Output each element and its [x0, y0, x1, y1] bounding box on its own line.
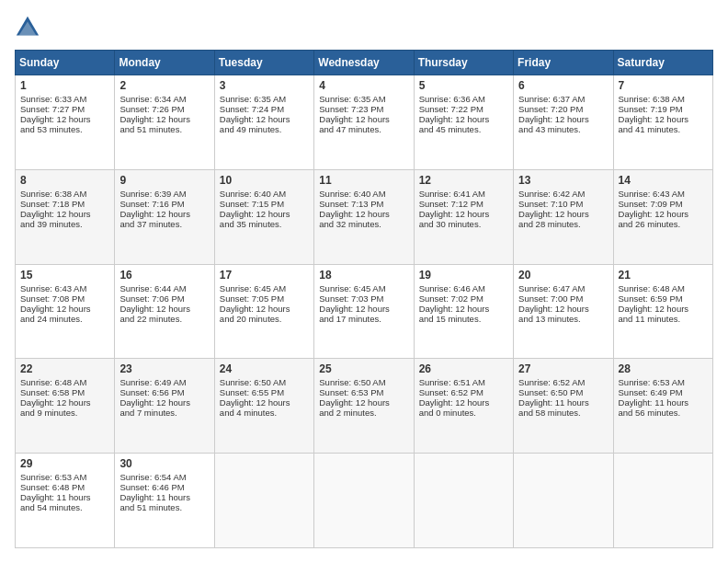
cell-text: Sunrise: 6:46 AM [419, 283, 508, 293]
day-number: 23 [119, 362, 209, 375]
calendar-cell: 8Sunrise: 6:38 AMSunset: 7:18 PMDaylight… [16, 169, 115, 264]
cell-text: Daylight: 12 hours [220, 209, 309, 219]
cell-text: Sunset: 7:03 PM [319, 293, 408, 304]
calendar-cell: 10Sunrise: 6:40 AMSunset: 7:15 PMDayligh… [214, 169, 313, 264]
cell-text: Sunset: 6:59 PM [619, 293, 708, 304]
cell-text: Sunset: 7:02 PM [419, 293, 508, 304]
calendar-header-row: SundayMondayTuesdayWednesdayThursdayFrid… [16, 51, 713, 75]
calendar-cell: 1Sunrise: 6:33 AMSunset: 7:27 PMDaylight… [16, 75, 115, 170]
calendar-cell: 19Sunrise: 6:46 AMSunset: 7:02 PMDayligh… [414, 264, 513, 359]
cell-text: and 58 minutes. [518, 408, 608, 418]
calendar-cell: 5Sunrise: 6:36 AMSunset: 7:22 PMDaylight… [414, 75, 513, 170]
cell-text: Sunrise: 6:40 AM [220, 189, 309, 199]
day-number: 18 [319, 269, 408, 282]
cell-text: Sunset: 7:12 PM [419, 199, 508, 209]
calendar-week-3: 15Sunrise: 6:43 AMSunset: 7:08 PMDayligh… [16, 264, 713, 359]
cell-text: and 56 minutes. [619, 408, 708, 418]
calendar-week-4: 22Sunrise: 6:48 AMSunset: 6:58 PMDayligh… [16, 359, 713, 454]
day-number: 10 [220, 174, 309, 187]
cell-text: Daylight: 12 hours [419, 397, 508, 408]
cell-text: Sunrise: 6:45 AM [319, 283, 408, 293]
cell-text: Sunset: 7:22 PM [419, 104, 508, 114]
calendar-cell [314, 454, 414, 548]
cell-text: and 43 minutes. [518, 124, 608, 134]
calendar-cell: 9Sunrise: 6:39 AMSunset: 7:16 PMDaylight… [115, 169, 214, 264]
cell-text: Daylight: 12 hours [220, 114, 309, 124]
column-header-wednesday: Wednesday [314, 51, 414, 75]
cell-text: Sunset: 7:23 PM [319, 104, 408, 114]
day-number: 12 [419, 174, 508, 187]
cell-text: Sunset: 6:53 PM [319, 387, 408, 397]
cell-text: and 2 minutes. [319, 408, 408, 418]
calendar-cell [414, 454, 513, 548]
day-number: 22 [20, 362, 109, 375]
day-number: 26 [419, 362, 508, 375]
cell-text: Sunrise: 6:43 AM [619, 189, 708, 199]
calendar-cell: 14Sunrise: 6:43 AMSunset: 7:09 PMDayligh… [613, 169, 712, 264]
cell-text: Sunrise: 6:51 AM [419, 377, 508, 387]
cell-text: Daylight: 12 hours [518, 114, 608, 124]
calendar-cell: 23Sunrise: 6:49 AMSunset: 6:56 PMDayligh… [115, 359, 214, 454]
cell-text: Daylight: 12 hours [20, 304, 109, 314]
cell-text: Daylight: 12 hours [518, 209, 608, 219]
cell-text: Sunset: 7:08 PM [20, 293, 109, 304]
cell-text: Daylight: 12 hours [119, 397, 209, 408]
cell-text: Sunset: 6:46 PM [119, 482, 209, 492]
cell-text: and 13 minutes. [518, 314, 608, 324]
day-number: 13 [518, 174, 608, 187]
calendar-cell [514, 454, 613, 548]
column-header-saturday: Saturday [613, 51, 712, 75]
day-number: 27 [518, 362, 608, 375]
cell-text: Daylight: 12 hours [119, 304, 209, 314]
cell-text: and 15 minutes. [419, 314, 508, 324]
day-number: 2 [119, 79, 209, 92]
calendar-cell: 16Sunrise: 6:44 AMSunset: 7:06 PMDayligh… [115, 264, 214, 359]
cell-text: Sunrise: 6:47 AM [518, 283, 608, 293]
cell-text: and 7 minutes. [119, 408, 209, 418]
column-header-sunday: Sunday [16, 51, 115, 75]
cell-text: and 22 minutes. [119, 314, 209, 324]
cell-text: Sunrise: 6:53 AM [619, 377, 708, 387]
cell-text: and 4 minutes. [220, 408, 309, 418]
cell-text: Sunset: 7:05 PM [220, 293, 309, 304]
day-number: 9 [119, 174, 209, 187]
cell-text: Sunrise: 6:44 AM [119, 283, 209, 293]
page: SundayMondayTuesdayWednesdayThursdayFrid… [0, 0, 728, 563]
cell-text: Sunset: 6:58 PM [20, 387, 109, 397]
cell-text: Sunset: 7:09 PM [619, 199, 708, 209]
cell-text: Sunset: 7:27 PM [20, 104, 109, 114]
day-number: 5 [419, 79, 508, 92]
cell-text: and 53 minutes. [20, 124, 109, 134]
cell-text: Daylight: 12 hours [419, 209, 508, 219]
cell-text: Sunset: 7:13 PM [319, 199, 408, 209]
day-number: 4 [319, 79, 408, 92]
cell-text: and 26 minutes. [619, 219, 708, 229]
cell-text: Sunrise: 6:35 AM [319, 94, 408, 104]
cell-text: Sunrise: 6:36 AM [419, 94, 508, 104]
cell-text: and 37 minutes. [119, 219, 209, 229]
cell-text: Daylight: 12 hours [619, 304, 708, 314]
cell-text: and 51 minutes. [119, 124, 209, 134]
day-number: 15 [20, 269, 109, 282]
day-number: 30 [119, 457, 209, 470]
column-header-monday: Monday [115, 51, 214, 75]
calendar-cell: 17Sunrise: 6:45 AMSunset: 7:05 PMDayligh… [214, 264, 313, 359]
calendar-cell: 20Sunrise: 6:47 AMSunset: 7:00 PMDayligh… [514, 264, 613, 359]
cell-text: Sunrise: 6:37 AM [518, 94, 608, 104]
calendar-cell: 11Sunrise: 6:40 AMSunset: 7:13 PMDayligh… [314, 169, 414, 264]
calendar-cell: 25Sunrise: 6:50 AMSunset: 6:53 PMDayligh… [314, 359, 414, 454]
cell-text: and 9 minutes. [20, 408, 109, 418]
cell-text: Daylight: 11 hours [518, 397, 608, 408]
cell-text: Sunrise: 6:45 AM [220, 283, 309, 293]
cell-text: Daylight: 12 hours [319, 209, 408, 219]
day-number: 25 [319, 362, 408, 375]
cell-text: Sunrise: 6:50 AM [220, 377, 309, 387]
calendar-cell: 24Sunrise: 6:50 AMSunset: 6:55 PMDayligh… [214, 359, 313, 454]
calendar-cell: 15Sunrise: 6:43 AMSunset: 7:08 PMDayligh… [16, 264, 115, 359]
cell-text: Sunrise: 6:54 AM [119, 472, 209, 482]
cell-text: and 20 minutes. [220, 314, 309, 324]
cell-text: and 35 minutes. [220, 219, 309, 229]
cell-text: and 49 minutes. [220, 124, 309, 134]
cell-text: and 28 minutes. [518, 219, 608, 229]
logo-icon [15, 15, 40, 40]
